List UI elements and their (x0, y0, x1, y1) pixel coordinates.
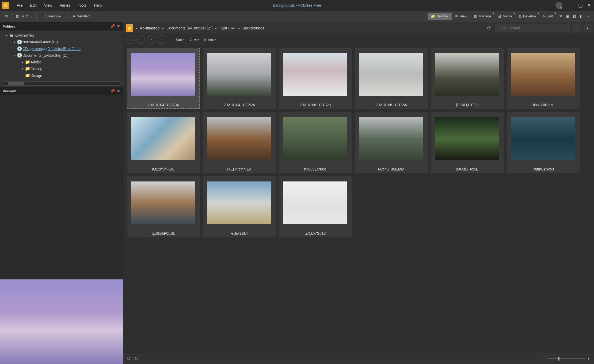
tree-item[interactable]: 📁Design (0, 72, 123, 79)
thumbnail-image (207, 53, 271, 96)
zoom-slider[interactable] (547, 358, 585, 359)
thumbnail-label: PutIn81jWo0 (532, 165, 554, 172)
breadcrumb-item[interactable]: Documents (\\VBoxSvr) (Z:) (166, 26, 212, 30)
thumbnail-label: ITEDNbmhIEo (227, 165, 251, 172)
quick-search-box[interactable] (495, 24, 570, 32)
thumbnail-label: r-riJq-9EU4 (230, 230, 249, 236)
preview-image (0, 279, 123, 364)
thumbnail-image (207, 181, 271, 224)
thumbnail-area: 20210104_13273420210104_13352420210106_1… (123, 45, 594, 353)
sendpix-button[interactable]: ✲SendPix (70, 13, 93, 19)
nav-toolbar: ⌂ ← → ↑ Sort▾ View▾ Select▾ (123, 34, 594, 45)
thumbnail-item[interactable]: ITEDNbmhIEo (203, 112, 276, 173)
quick-search-input[interactable] (498, 26, 567, 30)
rotate-ccw-icon[interactable]: ↺ (127, 356, 131, 362)
mode-view[interactable]: 👁View (452, 13, 471, 20)
thumbnail-label: I8oeYItDUzI (533, 101, 553, 108)
nav-back-button[interactable]: ← (136, 35, 145, 44)
app-icon: ◎ (2, 2, 9, 9)
thumbnail-label: qLfSBbF0LSk (152, 230, 175, 236)
mode-browse[interactable]: 📁Browse (428, 13, 451, 20)
view-button[interactable]: View▾ (188, 37, 201, 43)
breadcrumb-item[interactable]: Картинки (219, 26, 235, 30)
menu-panes[interactable]: Panes (56, 2, 74, 9)
minimize-button[interactable]: — (569, 2, 575, 8)
user-account-icon[interactable] (555, 2, 562, 9)
breadcrumb-home-icon[interactable]: 📁 (126, 24, 133, 32)
thumbnail-image (283, 181, 347, 224)
menu-file[interactable]: File (13, 2, 26, 9)
thumbnail-label: IQ23h5hFSI8 (152, 165, 174, 172)
preview-close-icon[interactable]: ✕ (117, 89, 120, 93)
menu-help[interactable]: Help (90, 2, 105, 9)
chevron-right-icon: ▸ (162, 26, 164, 30)
thumbnail-item[interactable]: I8oeYItDUzI (507, 48, 580, 109)
thumbnail-item[interactable]: PutIn81jWo0 (507, 112, 580, 173)
thumbnail-label: 20210104_133524 (224, 101, 255, 108)
breadcrumb-item[interactable]: Backgrounds (242, 26, 264, 30)
preview-pin-icon[interactable]: 📌 (110, 89, 115, 93)
batch-button[interactable]: ▦Batch▾ (13, 13, 35, 19)
tool-chart-icon[interactable]: ⫼ (578, 13, 584, 19)
menu-view[interactable]: View (40, 2, 56, 9)
thumbnail-item[interactable]: 20210106_131854 (355, 48, 428, 109)
thumbnail-item[interactable]: 20210104_132734 (127, 48, 200, 109)
thumbnail-label: 20210106_131854 (376, 101, 407, 108)
refresh-icon[interactable]: ⟳ (486, 24, 492, 32)
folder-tree-scrollbar[interactable] (3, 81, 120, 86)
main-toolbar: ⧉ ▦Batch▾ ▭Slideshow▾ ✲SendPix 📁Browse 👁… (0, 11, 594, 22)
folders-pin-icon[interactable]: 📌 (110, 24, 115, 28)
breadcrumb-item[interactable]: Компьютер (140, 26, 159, 30)
folder-tree: ▾🖥Компьютер▸💽Локальный диск (C:)💿CD-диск… (0, 31, 123, 80)
thumbnail-item[interactable]: Nvc45_8M1MM (355, 112, 428, 173)
thumbnail-image (511, 53, 575, 96)
filter-icon[interactable]: ▼ (584, 24, 591, 32)
slideshow-button[interactable]: ▭Slideshow▾ (38, 13, 67, 19)
thumbnail-item[interactable]: 20210106_121828 (279, 48, 352, 109)
thumbnail-item[interactable]: qLfSBbF0LSk (127, 176, 200, 237)
nav-home-button[interactable]: ⌂ (126, 35, 135, 44)
close-button[interactable]: ✕ (586, 2, 592, 8)
mode-develop[interactable]: ◍Develop (515, 13, 539, 20)
nav-up-button[interactable]: ↑ (157, 35, 165, 44)
folders-close-icon[interactable]: ✕ (117, 24, 120, 28)
thumbnail-item[interactable]: o965bXiAx5E (431, 112, 504, 173)
nav-forward-button[interactable]: → (147, 35, 155, 44)
select-button[interactable]: Select▾ (203, 37, 218, 43)
external-editor-button[interactable]: ⧉ (3, 13, 10, 20)
tree-item[interactable]: ▸📁Coding (0, 65, 123, 72)
mode-media[interactable]: 🖼Media (494, 13, 515, 20)
tree-item[interactable]: 💿CD-дисковод (D:) VirtualBox Gues (0, 45, 123, 52)
breadcrumb-bar: 📁 ▸ Компьютер▸Documents (\\VBoxSvr) (Z:)… (123, 22, 594, 34)
tree-item[interactable]: ▸📁Adobe (0, 59, 123, 65)
thumbnail-image (359, 117, 423, 160)
tree-item[interactable]: ▾🖥Компьютер (0, 32, 123, 39)
tool-chevron-icon[interactable]: › (585, 13, 591, 19)
title-bar: ◎ FileEditViewPanesToolsHelp Backgrounds… (0, 0, 594, 11)
tool-crosshair-icon[interactable]: ✕ (558, 13, 563, 19)
folders-panel-header: Folders 📌 ✕ (0, 22, 123, 31)
thumbnail-item[interactable]: u71kl-7Sb18 (279, 176, 352, 237)
tool-globe-icon[interactable]: ◉ (565, 13, 570, 19)
tree-item[interactable]: ▸💽Локальный диск (C:) (0, 39, 123, 45)
chevron-right-icon: ▸ (215, 26, 217, 30)
thumbnail-item[interactable]: 20210104_133524 (203, 48, 276, 109)
tree-item[interactable]: ▾💽Documents (\\VBoxSvr) (Z:) (0, 52, 123, 59)
tool-365-icon[interactable]: ◍ (572, 13, 577, 19)
thumbnail-item[interactable]: r-riJq-9EU4 (203, 176, 276, 237)
menu-edit[interactable]: Edit (26, 2, 40, 9)
mode-edit[interactable]: ✎Edit (539, 13, 556, 20)
preview-body (0, 95, 123, 364)
zoom-in-icon[interactable]: ＋ (587, 356, 590, 361)
menu-tools[interactable]: Tools (74, 2, 90, 9)
sort-button[interactable]: Sort▾ (174, 37, 186, 43)
maximize-button[interactable]: ▢ (577, 2, 583, 8)
rotate-cw-icon[interactable]: ↻ (134, 356, 138, 362)
mode-manage[interactable]: ▦Manage (470, 13, 494, 20)
thumbnail-item[interactable]: jDr3IFQ1EOs (431, 48, 504, 109)
thumbnail-image (511, 117, 575, 160)
search-dropdown[interactable]: ▾ (573, 24, 581, 32)
thumbnail-item[interactable]: nIKU9Leru0o (279, 112, 352, 173)
thumbnail-item[interactable]: IQ23h5hFSI8 (127, 112, 200, 173)
zoom-out-icon[interactable]: − (543, 357, 545, 361)
